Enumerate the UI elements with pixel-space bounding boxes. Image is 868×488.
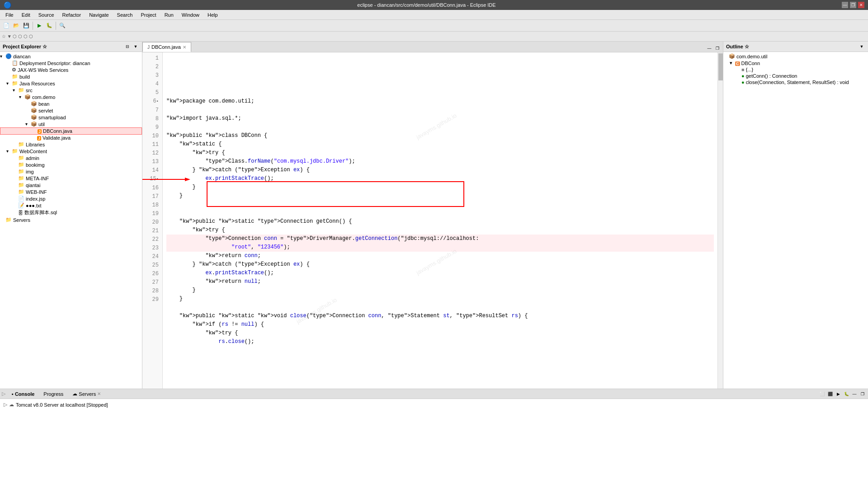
search-button[interactable]: 🔍 <box>58 21 67 30</box>
tree-arrow-util: ▾ <box>25 122 31 127</box>
explorer-menu-btn[interactable]: ▼ <box>132 43 139 50</box>
outline-item-DBConn[interactable]: ▾CDBConn <box>723 60 868 66</box>
editor-area[interactable]: 123456•789101112131415•16171819202122232… <box>142 52 723 389</box>
outline-header: Outline ☆ ▼ <box>723 42 868 52</box>
code-editor[interactable]: "kw">package com.demo.util; "kw">import … <box>163 52 717 389</box>
menu-item-run[interactable]: Run <box>161 11 177 19</box>
menu-item-edit[interactable]: Edit <box>18 11 34 19</box>
editor-maximize-btn[interactable]: ❐ <box>714 45 721 52</box>
tree-item-src[interactable]: ▾📁src <box>0 87 142 94</box>
editor-minimize-btn[interactable]: — <box>706 45 713 52</box>
line-num-1: 1 <box>144 54 159 63</box>
console-clear-btn[interactable]: ⬜ <box>818 390 826 398</box>
code-line-1: "kw">package com.demo.util; <box>166 97 714 106</box>
tree-item-indexjsp[interactable]: 📄index.jsp <box>0 195 142 202</box>
tree-item-jaxws[interactable]: ⚙JAX-WS Web Services <box>0 66 142 73</box>
scroll-thumb[interactable] <box>718 53 723 80</box>
maximize-button[interactable]: ❐ <box>850 2 856 8</box>
menu-item-project[interactable]: Project <box>137 11 160 19</box>
tree-item-qiantai[interactable]: 📁qiantai <box>0 182 142 188</box>
tree-item-util[interactable]: ▾📦util <box>0 121 142 127</box>
tree-arrow-diancan: ▾ <box>0 54 5 59</box>
tree-item-txt[interactable]: 📝●●●.txt <box>0 202 142 209</box>
close-button[interactable]: ✕ <box>858 2 864 8</box>
new-button[interactable]: 📄 <box>2 21 11 30</box>
tree-item-diancan[interactable]: ▾🔵diancan <box>0 53 142 60</box>
outline-arrow: ▾ <box>730 60 735 66</box>
menu-item-source[interactable]: Source <box>35 11 58 19</box>
save-button[interactable]: 💾 <box>22 21 31 30</box>
tree-label-indexjsp: index.jsp <box>26 196 45 202</box>
tree-item-bean[interactable]: 📦bean <box>0 100 142 107</box>
bottom-panel: ▷ ▪ Console Progress ☁ Servers ✕ ⬜ ⬛ ▶ 🐛… <box>0 389 868 488</box>
line-num-18: 18 <box>144 201 159 210</box>
code-line-24: } <box>166 295 714 303</box>
line-num-4: 4 <box>144 80 159 89</box>
explorer-title: Project Explorer ☆ <box>3 44 47 50</box>
editor-tab-dbconn[interactable]: J DBConn.java ✕ <box>142 42 191 52</box>
outline-menu-btn[interactable]: ▼ <box>858 43 865 50</box>
code-line-7: "kw">try { <box>166 149 714 157</box>
editor-scrollbar[interactable] <box>717 52 723 389</box>
code-line-2 <box>166 106 714 114</box>
tree-item-comdemo[interactable]: ▾📦com.demo <box>0 94 142 100</box>
menu-item-search[interactable]: Search <box>113 11 137 19</box>
console-tab[interactable]: ▪ Console <box>7 390 39 398</box>
explorer-header: Project Explorer ☆ ⊟ ▼ <box>0 42 142 52</box>
tree-label-util: util <box>38 122 45 127</box>
server-row-arrow: ▷ <box>4 402 7 408</box>
tree-item-dbconn[interactable]: JDBConn.java <box>0 127 142 135</box>
tree-item-build[interactable]: 📁build <box>0 73 142 80</box>
titlebar-controls: — ❐ ✕ <box>842 2 864 8</box>
outline-icon: ● <box>741 80 745 85</box>
tree-item-validate[interactable]: JValidate.java <box>0 135 142 141</box>
console-maximize-btn[interactable]: ❐ <box>859 390 866 398</box>
menu-item-help[interactable]: Help <box>204 11 222 19</box>
outline-item-{...}[interactable]: ■{...} <box>723 66 868 73</box>
tree-item-sql[interactable]: 🗄数据库脚本.sql <box>0 209 142 216</box>
tree-item-bookimg[interactable]: 📁bookimg <box>0 161 142 168</box>
explorer-collapse-btn[interactable]: ⊟ <box>124 43 131 50</box>
tree-item-img[interactable]: 📁img <box>0 168 142 175</box>
tree-item-metainf[interactable]: 📁META-INF <box>0 175 142 182</box>
tree-item-servers[interactable]: 📁Servers <box>0 216 142 223</box>
console-stop-btn[interactable]: ⬛ <box>826 390 834 398</box>
tree-item-webcontent[interactable]: ▾📁WebContent <box>0 148 142 155</box>
tree-item-admin[interactable]: 📁admin <box>0 155 142 161</box>
tree-item-deployment[interactable]: 📋Deployment Descriptor: diancan <box>0 60 142 66</box>
tree-icon-smartupload: 📦 <box>31 114 37 120</box>
outline-item-com.demo.util[interactable]: 📦com.demo.util <box>723 53 868 60</box>
tree-icon-servers: 📁 <box>5 217 12 223</box>
console-debug-btn[interactable]: 🐛 <box>843 390 850 398</box>
menu-item-navigate[interactable]: Navigate <box>85 11 112 19</box>
menu-item-file[interactable]: File <box>2 11 17 19</box>
tree-item-smartupload[interactable]: 📦smartupload <box>0 114 142 121</box>
progress-tab[interactable]: Progress <box>39 390 68 398</box>
tree-item-javaresources[interactable]: ▾📁Java Resources <box>0 80 142 87</box>
line-num-28: 28 <box>144 287 159 296</box>
tree-icon-javaresources: 📁 <box>12 80 18 86</box>
run-button[interactable]: ▶ <box>35 21 44 30</box>
tree-label-servers: Servers <box>13 217 30 223</box>
outline-item-getConn()-:-Connection[interactable]: ●getConn() : Connection <box>723 73 868 79</box>
debug-button[interactable]: 🐛 <box>45 21 54 30</box>
minimize-button[interactable]: — <box>842 2 848 8</box>
tree-label-qiantai: qiantai <box>26 183 40 188</box>
tab-close-icon[interactable]: ✕ <box>183 45 186 50</box>
code-line-13 <box>166 200 714 209</box>
menu-item-window[interactable]: Window <box>178 11 203 19</box>
tree-label-webcontent: WebContent <box>19 149 47 154</box>
main-container: Project Explorer ☆ ⊟ ▼ ▾🔵diancan📋Deploym… <box>0 42 868 488</box>
menu-item-refactor[interactable]: Refactor <box>59 11 85 19</box>
servers-tab-close[interactable]: ✕ <box>97 391 101 396</box>
tree-item-webinf[interactable]: 📁WEB-INF <box>0 188 142 195</box>
tree-label-sql: 数据库脚本.sql <box>24 209 57 216</box>
console-run-btn[interactable]: ▶ <box>835 390 842 398</box>
tree-icon-bookimg: 📁 <box>18 162 24 168</box>
console-minimize-btn[interactable]: — <box>851 390 858 398</box>
servers-tab[interactable]: ☁ Servers ✕ <box>68 390 105 398</box>
tree-item-servlet[interactable]: 📦servlet <box>0 107 142 114</box>
open-button[interactable]: 📂 <box>12 21 21 30</box>
tree-item-libraries[interactable]: 📁Libraries <box>0 141 142 148</box>
outline-item-close(Connection,-Statement,-ResultSet)-:-void[interactable]: ●close(Connection, Statement, ResultSet)… <box>723 79 868 85</box>
